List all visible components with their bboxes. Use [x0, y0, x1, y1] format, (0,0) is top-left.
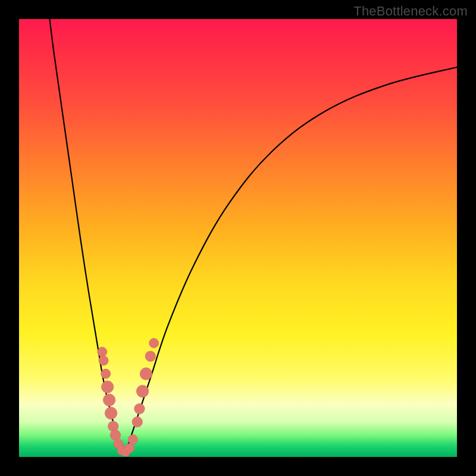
data-marker	[98, 347, 107, 356]
data-marker	[134, 403, 145, 414]
data-marker	[103, 394, 115, 406]
data-marker	[128, 434, 137, 444]
data-marker	[124, 443, 134, 453]
data-marker	[140, 368, 152, 380]
plot-area	[19, 19, 457, 457]
data-marker	[110, 430, 121, 440]
data-marker	[145, 351, 156, 362]
curve-right-branch	[124, 67, 457, 453]
data-marker	[132, 416, 143, 427]
data-marker	[101, 381, 114, 393]
data-marker	[99, 356, 108, 365]
data-marker	[136, 385, 149, 397]
chart-frame: TheBottleneck.com	[0, 0, 476, 476]
marker-layer	[98, 339, 159, 457]
data-marker	[101, 369, 111, 378]
data-marker	[149, 339, 159, 348]
chart-svg	[19, 19, 457, 457]
watermark-text: TheBottleneck.com	[353, 4, 468, 19]
data-marker	[105, 407, 117, 419]
